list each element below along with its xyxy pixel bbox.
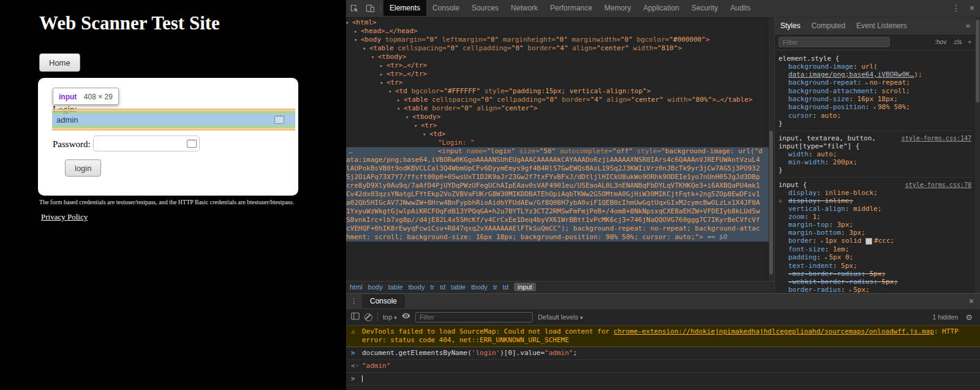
css-property[interactable]: border: ▸1px solid #ccc; — [778, 237, 971, 245]
expand-arrow-icon[interactable]: ▸ — [380, 61, 383, 70]
login-submit-button[interactable]: login — [65, 159, 101, 177]
css-property[interactable]: background-position: ▸98% 50%; — [778, 103, 971, 112]
styles-filter-input[interactable] — [778, 37, 890, 47]
expand-arrow-icon[interactable]: ▸ — [354, 27, 357, 36]
scrollbar-thumb[interactable] — [769, 131, 773, 275]
dom-node[interactable]: ▾<tr> — [346, 78, 769, 87]
css-property[interactable]: cursor: auto; — [778, 112, 971, 120]
collapse-arrow-icon[interactable]: ▾ — [388, 87, 391, 96]
device-toolbar-icon[interactable] — [362, 0, 378, 16]
dom-node[interactable]: ▾<tbody> — [346, 113, 769, 121]
styles-tab-computed[interactable]: Computed — [806, 18, 851, 34]
expand-shorthand-icon[interactable]: ▸ — [865, 80, 869, 86]
dom-node[interactable]: ▸<table cellspacing="0" cellpadding="0" … — [346, 96, 769, 104]
devtools-tab-security[interactable]: Security — [685, 0, 724, 16]
collapse-arrow-icon[interactable]: ▾ — [354, 36, 357, 44]
home-button[interactable]: Home — [39, 53, 80, 72]
collapse-arrow-icon[interactable]: ▾ — [405, 113, 409, 121]
more-tabs-icon[interactable]: » — [966, 21, 970, 30]
log-level-selector[interactable]: Default levels ▾ — [538, 313, 583, 321]
dom-node[interactable]: ▾<body topmargin="0" leftmargin="0" marg… — [346, 36, 769, 44]
css-property[interactable]: zoom: 1; — [778, 213, 971, 221]
css-property[interactable]: background-image: url(data:image/png;bas… — [778, 63, 971, 78]
password-input[interactable] — [93, 136, 200, 151]
css-property[interactable]: display: inline-block; — [778, 189, 971, 197]
collapse-arrow-icon[interactable]: ▾ — [380, 78, 383, 87]
css-property[interactable]: vertical-align: middle; — [778, 205, 971, 213]
dom-node[interactable]: ▸<head>…</head> — [346, 27, 769, 36]
stylesheet-source-link[interactable]: style-forms.css:78 — [905, 181, 971, 189]
devtools-tab-console[interactable]: Console — [426, 0, 466, 16]
css-property[interactable]: border-radius: ▸5px; — [778, 286, 971, 293]
close-drawer-icon[interactable]: × — [963, 296, 980, 306]
styles-tab-event-listeners[interactable]: Event Listeners — [851, 18, 913, 34]
breadcrumb-td[interactable]: td — [503, 283, 508, 291]
expand-shorthand-icon[interactable]: ▸ — [873, 105, 876, 110]
breadcrumb-td[interactable]: td — [440, 283, 445, 291]
login-input[interactable]: admin — [52, 114, 295, 125]
stylesheet-source-link[interactable]: style-forms.css:147 — [902, 134, 971, 142]
live-expression-icon[interactable] — [402, 312, 410, 323]
collapse-arrow-icon[interactable]: ▾ — [371, 53, 374, 61]
console-tab[interactable]: Console — [362, 294, 405, 308]
dom-node[interactable]: ▾<tr> — [346, 121, 769, 130]
console-sidebar-icon[interactable] — [351, 312, 360, 323]
dom-node[interactable]: ▾<td> — [346, 130, 769, 139]
elements-scrollbar[interactable] — [769, 17, 774, 281]
privacy-policy-link[interactable]: Privacy Policy — [41, 212, 88, 222]
more-options-icon[interactable]: ⋮ — [948, 0, 964, 16]
devtools-tab-sources[interactable]: Sources — [466, 0, 505, 16]
devtools-tab-audits[interactable]: Audits — [724, 0, 756, 16]
expand-arrow-icon[interactable]: ▸ — [397, 96, 400, 104]
dom-node[interactable]: ▾<table cellspacing="0" cellpadding="0" … — [346, 44, 769, 53]
css-property[interactable]: padding: ▸5px 0; — [778, 253, 971, 262]
expand-shorthand-icon[interactable]: ▸ — [825, 255, 828, 261]
collapse-arrow-icon[interactable]: ▾ — [423, 130, 426, 139]
collapse-arrow-icon[interactable]: ▾ — [346, 18, 349, 27]
breadcrumb-table[interactable]: table — [388, 283, 403, 291]
drawer-menu-icon[interactable]: ⋮ — [346, 297, 362, 305]
breadcrumb-tbody[interactable]: tbody — [409, 283, 425, 291]
css-property[interactable]: -webkit-border-radius: 5px; — [778, 278, 971, 286]
dom-node[interactable]: ▸<tr>…</tr> — [346, 70, 769, 78]
hov-toggle[interactable]: :hov — [935, 39, 946, 45]
inspect-element-icon[interactable] — [346, 0, 362, 16]
css-property[interactable]: ⚠display: inline; — [778, 197, 971, 205]
expand-shorthand-icon[interactable]: ▸ — [849, 288, 852, 293]
color-swatch[interactable] — [865, 238, 872, 245]
dom-node-selected[interactable]: …<input name="login" size="50" autocompl… — [346, 147, 769, 242]
console-settings-icon[interactable]: ⚙ — [965, 313, 973, 322]
cls-toggle[interactable]: .cls — [952, 39, 962, 45]
breadcrumb-input[interactable]: input — [514, 283, 536, 291]
breadcrumb-tr[interactable]: tr — [430, 283, 434, 291]
node-menu-ellipsis[interactable]: … — [349, 147, 353, 156]
css-property[interactable]: font-size: 1em; — [778, 245, 971, 253]
scrollbar-thumb[interactable] — [976, 20, 979, 102]
dom-node[interactable]: ▸<tr>…</tr> — [346, 61, 769, 70]
css-property[interactable]: background-attachment: scroll; — [778, 87, 971, 95]
expand-arrow-icon[interactable]: ▸ — [380, 70, 383, 78]
expand-shorthand-icon[interactable]: ▸ — [821, 239, 824, 244]
collapse-arrow-icon[interactable]: ▾ — [363, 44, 366, 53]
hidden-messages-count[interactable]: 1 hidden — [932, 313, 958, 321]
clear-console-icon[interactable] — [364, 313, 372, 321]
javascript-context-selector[interactable]: top ▾ — [383, 313, 397, 321]
dom-node[interactable]: ▾<html> — [346, 18, 769, 27]
console-warning[interactable]: ⚠DevTools failed to load SourceMap: Coul… — [346, 326, 980, 347]
breadcrumb-tr[interactable]: tr — [493, 283, 497, 291]
devtools-tab-application[interactable]: Application — [637, 0, 685, 16]
devtools-tab-performance[interactable]: Performance — [544, 0, 598, 16]
css-property[interactable]: width: auto; — [778, 150, 971, 158]
sourcemap-url-link[interactable]: chrome-extension://hdokiejnpimakedhajhdl… — [614, 327, 934, 335]
dom-node[interactable]: ▾<table border="0" align="center"> — [346, 104, 769, 113]
dom-node[interactable]: ▾<td bgcolor="#FFFFFF" style="padding:15… — [346, 87, 769, 96]
breadcrumb-html[interactable]: html — [350, 283, 363, 291]
styles-tab-styles[interactable]: Styles — [775, 18, 806, 34]
css-property[interactable]: text-indent: 5px; — [778, 262, 971, 270]
close-devtools-icon[interactable]: × — [964, 0, 980, 16]
css-property[interactable]: min-width: 200px; — [778, 158, 971, 166]
css-property[interactable]: background-repeat: ▸no-repeat; — [778, 78, 971, 87]
css-property[interactable]: margin-bottom: 3px; — [778, 229, 971, 237]
css-property[interactable]: background-size: 16px 18px; — [778, 95, 971, 103]
css-property[interactable]: -moz-border-radius: 5px; — [778, 270, 971, 278]
